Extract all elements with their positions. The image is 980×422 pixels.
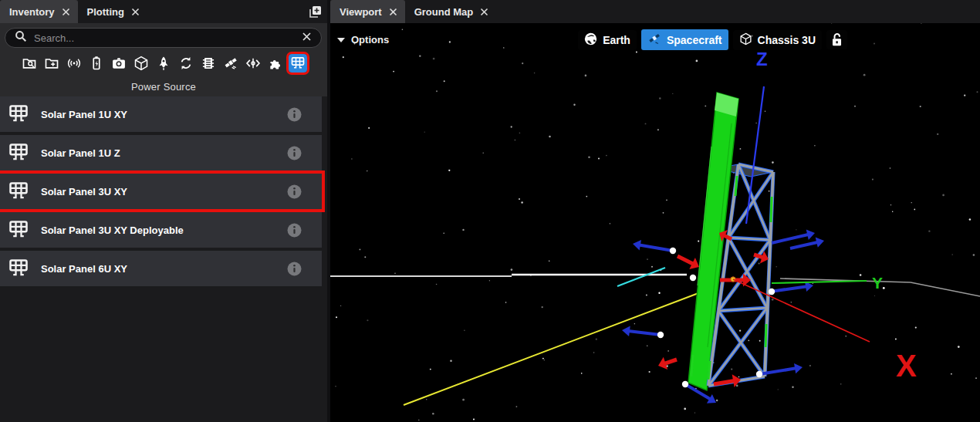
power-source-list: Solar Panel 1U XY Solar Panel 1U Z [0,96,327,289]
item-label: Solar Panel 1U Z [41,147,287,159]
tab-inventory-label: Inventory [9,6,55,18]
spacecraft-button[interactable]: Spacecraft [641,29,728,50]
solar-panel-3d [330,23,738,390]
lock-open-icon[interactable] [826,30,847,49]
earth-button[interactable]: Earth [578,30,637,50]
puzzle-icon[interactable] [266,54,285,73]
section-header: Power Source [0,76,327,96]
starfield [335,23,978,420]
z-axis-label: Z [756,49,768,69]
info-icon[interactable] [287,223,302,238]
axis-swap-icon[interactable] [244,54,262,73]
options-dropdown[interactable]: Options [337,34,389,46]
list-item-solar-panel-1u-xy[interactable]: Solar Panel 1U XY [0,96,322,132]
right-tabbar: Viewport Ground Map [330,0,980,23]
inventory-panel: Inventory Plotting [0,0,327,422]
item-label: Solar Panel 3U XY Deployable [41,225,287,236]
search-icon [15,30,27,46]
viewport-panel: Viewport Ground Map Options [327,0,980,422]
search-bar[interactable] [5,28,322,48]
x-axis-label: X [896,349,917,383]
earth-button-label: Earth [603,34,630,46]
sun-vector-line [404,293,698,405]
list-empty-area [0,289,327,422]
solar-panel-icon [7,103,30,125]
chassis-3u-button[interactable]: Chassis 3U [733,30,822,50]
circuit-board-icon[interactable] [199,54,218,73]
sync-icon[interactable] [177,54,195,73]
rocket-icon[interactable] [154,54,173,73]
close-icon[interactable] [389,8,397,16]
cube-icon[interactable] [132,54,150,73]
tab-ground-map[interactable]: Ground Map [405,0,497,23]
list-item-solar-panel-3u-xy-deployable[interactable]: Solar Panel 3U XY Deployable [0,212,322,248]
close-icon[interactable] [480,8,488,16]
camera-target-buttons: Earth Spacecraft Chassis 3U [578,29,847,50]
chassis-3u-button-label: Chassis 3U [758,34,816,46]
tab-plotting[interactable]: Plotting [78,0,147,23]
left-tabbar: Inventory Plotting [0,0,327,23]
add-window-icon[interactable] [306,0,326,23]
viewport-overlay: Options Earth Spacecraft [330,29,980,50]
info-icon[interactable] [287,107,302,122]
signal-icon[interactable] [65,54,83,73]
solar-panel-icon[interactable] [289,54,307,73]
solar-panel-icon [7,219,30,241]
folder-add-icon[interactable] [42,54,61,73]
component-filter-toolbar [0,50,327,76]
satellite-icon[interactable] [221,54,240,73]
info-icon[interactable] [287,184,302,199]
item-label: Solar Panel 1U XY [41,109,287,120]
tab-viewport[interactable]: Viewport [330,0,405,23]
chevron-down-icon [337,38,345,42]
tab-ground-map-label: Ground Map [414,6,474,18]
battery-charge-icon[interactable] [87,54,106,73]
earth-icon [584,32,597,48]
solar-panel-icon [7,181,30,202]
tab-inventory[interactable]: Inventory [0,0,78,23]
camera-icon[interactable] [110,54,128,73]
cube-icon [739,32,752,48]
info-icon[interactable] [287,146,302,160]
viewport-3d[interactable]: Options Earth Spacecraft [330,23,980,422]
viewport-3d-scene[interactable]: Z Y X [330,23,980,422]
options-label: Options [351,34,389,46]
tab-plotting-label: Plotting [87,6,124,18]
spacecraft-model[interactable] [330,23,824,403]
velocity-vector-line [617,268,665,286]
close-icon[interactable] [62,8,70,16]
list-item-solar-panel-1u-z[interactable]: Solar Panel 1U Z [0,135,322,170]
search-input[interactable] [34,32,302,44]
item-label: Solar Panel 3U XY [41,186,287,197]
item-label: Solar Panel 6U XY [41,263,287,275]
list-item-solar-panel-3u-xy[interactable]: Solar Panel 3U XY [0,174,322,209]
y-axis-line [772,281,867,283]
search-clear-icon[interactable] [302,31,312,45]
app-window: Inventory Plotting [0,0,980,422]
solar-panel-icon [7,258,30,279]
solar-panel-icon [7,142,30,164]
spacecraft-button-label: Spacecraft [667,34,722,46]
info-icon[interactable] [287,262,302,276]
folder-search-icon[interactable] [20,54,39,73]
inventory-body: Power Source Solar Panel 1U XY Solar P [0,23,327,422]
spacecraft-icon [647,32,661,48]
y-axis-label: Y [872,274,883,292]
tab-viewport-label: Viewport [340,6,382,18]
close-icon[interactable] [131,8,140,16]
list-item-solar-panel-6u-xy[interactable]: Solar Panel 6U XY [0,251,322,286]
tabbar-spacer [147,0,306,23]
